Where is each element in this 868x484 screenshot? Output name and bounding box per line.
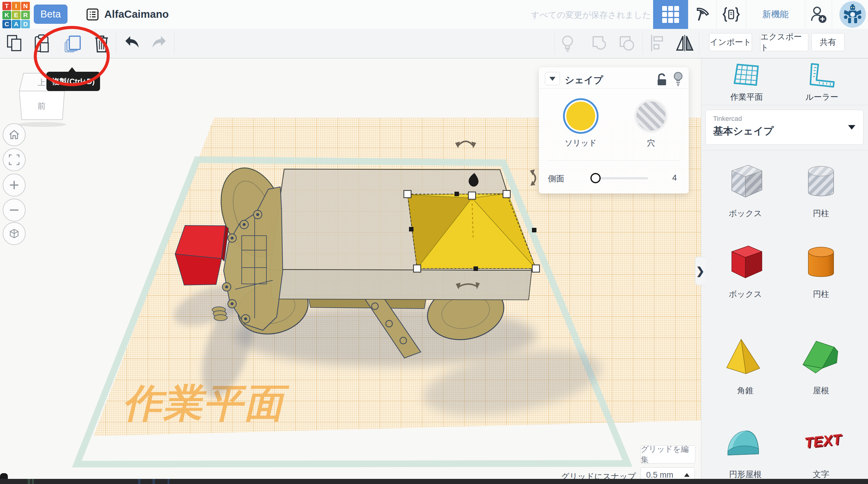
group-icon (591, 34, 608, 52)
ruler-label: ルーラー (792, 92, 852, 102)
share-button[interactable]: 共有 (811, 33, 844, 51)
chevron-right-icon: ❯ (696, 265, 705, 277)
shape-item-pyramid[interactable]: 角錐 (709, 335, 781, 410)
shape-item-box[interactable]: ボックス (709, 238, 781, 313)
annotation-circle (34, 26, 110, 86)
main-toolbar: インポート エクスポート 共有 (0, 29, 868, 58)
tinkercad-editor: 作業平面 (0, 0, 868, 484)
align-icon (649, 34, 665, 52)
redo-icon (151, 34, 168, 51)
bottom-bar (0, 479, 868, 484)
invite-button[interactable] (805, 0, 832, 29)
chevron-up-icon (684, 473, 689, 477)
workplane-label: 作業平面 (716, 92, 777, 102)
zoom-in-button[interactable] (3, 174, 26, 196)
shape-item-box-hole[interactable]: ボックス (709, 157, 781, 233)
tinkercad-logo[interactable]: T I N K E R C A D (2, 2, 30, 30)
ungroup-icon (618, 34, 635, 52)
snap-grid-value: 0.5 mm (646, 471, 673, 480)
show-all-button[interactable] (560, 34, 575, 54)
solid-swatch[interactable] (566, 101, 595, 130)
lightbulb-icon (560, 34, 575, 53)
library-category: 基本シェイプ (713, 124, 774, 138)
workplane-tool[interactable]: 作業平面 (716, 62, 777, 102)
design-menu-icon[interactable] (86, 8, 99, 22)
home-view-button[interactable] (3, 123, 26, 146)
fit-view-icon (9, 154, 20, 165)
sides-slider-knob[interactable] (590, 173, 601, 183)
app-header: T I N K E R C A D Beta AlfaCaimano すべての変… (0, 0, 868, 29)
minus-icon (9, 205, 20, 215)
shape-item-round-roof[interactable]: 円形屋根 (709, 418, 781, 484)
ruler-tool[interactable]: ルーラー (792, 62, 852, 102)
minecraft-export-button[interactable] (688, 0, 716, 29)
library-brand: Tinkercad (713, 115, 742, 123)
workplane-icon (733, 62, 761, 89)
shape-inspector-panel: シェイプ ソリッド 穴 側面 4 (539, 67, 689, 193)
unlock-icon[interactable] (656, 73, 668, 87)
import-button[interactable]: インポート (709, 33, 752, 51)
blocks-view-button[interactable] (653, 0, 688, 29)
zoom-out-button[interactable] (3, 199, 26, 221)
plus-icon (9, 180, 20, 190)
codeblocks-icon (723, 7, 740, 22)
mirror-button[interactable] (676, 34, 694, 53)
robot-avatar-image (841, 3, 864, 26)
codeblocks-button[interactable] (716, 0, 746, 29)
hole-swatch[interactable] (637, 101, 665, 130)
beta-badge: Beta (34, 4, 67, 24)
sidebar-collapse-tab[interactable]: ❯ (695, 257, 705, 285)
export-button[interactable]: エクスポート (760, 33, 808, 51)
group-button[interactable] (591, 34, 608, 53)
shape-library-select[interactable]: Tinkercad 基本シェイプ (706, 110, 864, 145)
avatar[interactable] (839, 1, 866, 28)
panel-collapse-button[interactable] (545, 72, 560, 85)
pickaxe-icon (694, 7, 710, 22)
copy-button[interactable] (6, 34, 23, 54)
sides-value: 4 (669, 173, 681, 183)
height-handle (468, 192, 475, 199)
copy-icon (6, 34, 23, 53)
shapes-sidebar: 作業平面 ルーラー Tinkercad 基本シェイプ (701, 58, 868, 484)
save-status: すべての変更が保存されました (509, 9, 651, 21)
perspective-cube-icon (8, 228, 20, 240)
chevron-down-icon (848, 125, 855, 129)
align-button[interactable] (649, 34, 665, 53)
shape-item-roof[interactable]: 屋根 (785, 335, 857, 410)
hole-label: 穴 (627, 138, 675, 148)
perspective-toggle-button[interactable] (3, 222, 26, 245)
sides-slider-track[interactable] (595, 177, 648, 179)
design-title[interactable]: AlfaCaimano (104, 8, 169, 20)
shape-item-cylinder-hole[interactable]: 円柱 (785, 157, 857, 233)
add-user-icon (810, 6, 827, 23)
lightbulb-icon[interactable] (673, 71, 684, 87)
svg-text:前: 前 (38, 101, 46, 111)
sides-label: 側面 (548, 173, 564, 184)
edit-grid-button[interactable]: グリッドを編集 (641, 446, 695, 463)
grid-icon (662, 6, 679, 23)
chevron-down-icon (550, 77, 555, 81)
undo-button[interactable] (123, 34, 141, 52)
home-icon (8, 129, 20, 141)
shape-item-text[interactable]: TEXT TEXT 文字 (785, 418, 857, 484)
redo-button[interactable] (151, 34, 168, 52)
panel-title: シェイプ (565, 74, 603, 87)
mirror-icon (676, 34, 694, 52)
svg-text:上: 上 (38, 78, 46, 87)
shape-item-cylinder[interactable]: 円柱 (785, 238, 857, 313)
fit-view-button[interactable] (3, 148, 26, 171)
solid-label: ソリッド (557, 138, 605, 148)
ungroup-button[interactable] (618, 34, 635, 53)
undo-icon (123, 34, 141, 51)
whats-new-link[interactable]: 新機能 (746, 0, 805, 29)
ruler-icon (808, 62, 836, 89)
